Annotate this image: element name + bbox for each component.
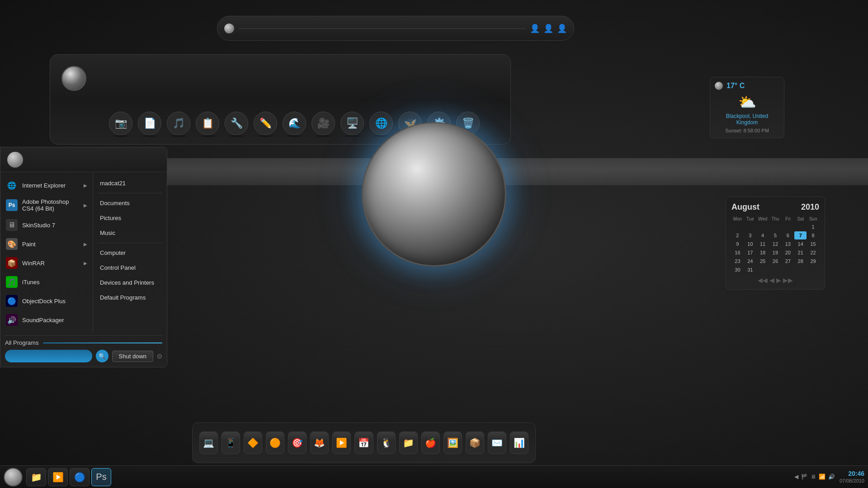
right-item-devices[interactable]: Devices and Printers — [93, 275, 167, 290]
shutdown-extra-icon[interactable]: ⊙ — [157, 352, 162, 360]
cal-day-8[interactable]: 8 — [807, 231, 819, 239]
taskbar-item-ps[interactable]: Ps — [91, 468, 111, 486]
search-button[interactable]: 🔍 — [96, 350, 108, 362]
right-item-music[interactable]: Music — [93, 225, 167, 240]
dock-icon-pen[interactable]: ✏️ — [254, 112, 277, 135]
menu-item-winrar[interactable]: 📦 WinRAR ▶ — [0, 253, 93, 272]
dock2-icon-3[interactable]: 🔶 — [244, 432, 262, 454]
taskbar-item-obj[interactable]: 🔵 — [70, 468, 90, 486]
tray-flag-icon[interactable]: 🏴 — [801, 474, 808, 480]
tray-signal-icon[interactable]: 📶 — [819, 474, 826, 480]
cal-day-1[interactable]: 1 — [807, 223, 819, 231]
right-item-user[interactable]: madcat21 — [93, 176, 167, 191]
dock2-icon-2[interactable]: 📱 — [222, 432, 240, 454]
right-item-controlpanel[interactable]: Control Panel — [93, 260, 167, 275]
taskbar-start-orb[interactable] — [4, 468, 23, 487]
cal-day-31[interactable]: 31 — [744, 266, 756, 274]
menu-item-ps[interactable]: Ps Adobe Photoshop CS4 (64 Bit) ▶ — [0, 195, 93, 216]
cal-day-2[interactable]: 2 — [731, 231, 744, 239]
taskbar-item-media[interactable]: ▶️ — [48, 468, 68, 486]
dock2-icon-chart[interactable]: 📊 — [510, 432, 528, 454]
dock2-icon-play[interactable]: ▶️ — [332, 432, 351, 454]
tray-sound-icon[interactable]: 🔊 — [828, 474, 835, 480]
cal-day-28[interactable]: 28 — [794, 257, 807, 265]
menu-item-skin[interactable]: 🖥 SkinStudio 7 — [0, 216, 93, 235]
all-programs-label[interactable]: All Programs — [5, 339, 38, 346]
taskbar-clock[interactable]: 20:46 07/08/2010 — [840, 469, 864, 484]
cal-nav-left[interactable]: ◀◀ — [758, 277, 768, 284]
cal-day-24[interactable]: 24 — [744, 257, 756, 265]
cal-day-29[interactable]: 29 — [807, 257, 819, 265]
menu-item-objdock[interactable]: 🔵 ObjectDock Plus — [0, 291, 93, 310]
menu-item-ie[interactable]: 🌐 Internet Explorer ▶ — [0, 176, 93, 195]
cal-day-20[interactable]: 20 — [782, 249, 794, 257]
dock-icon-video[interactable]: 🎥 — [311, 112, 335, 135]
dock2-icon-folder2[interactable]: 📁 — [399, 432, 418, 454]
cal-day-6[interactable]: 6 — [782, 231, 794, 239]
user-icon-1[interactable]: 👤 — [530, 23, 540, 33]
right-item-computer[interactable]: Computer — [93, 245, 167, 260]
cal-day-18[interactable]: 18 — [757, 249, 769, 257]
cal-day-14[interactable]: 14 — [794, 240, 807, 248]
weather-location[interactable]: Blackpool, United Kingdom — [715, 113, 779, 126]
big-orb[interactable] — [362, 122, 506, 267]
cal-day-7-today[interactable]: 7 — [794, 231, 807, 239]
dock2-icon-ps2[interactable]: 🖼️ — [443, 432, 462, 454]
menu-item-itunes[interactable]: 🎵 iTunes — [0, 272, 93, 291]
menu-item-objdock-label: ObjectDock Plus — [22, 298, 66, 305]
right-item-defaultprograms[interactable]: Default Programs — [93, 290, 167, 305]
cal-day-4[interactable]: 4 — [757, 231, 769, 239]
menu-item-soundpack[interactable]: 🔊 SoundPackager — [0, 310, 93, 329]
dock-icon-folder[interactable]: 📋 — [196, 112, 219, 135]
user-icon-2[interactable]: 👤 — [543, 23, 553, 33]
cal-day-13[interactable]: 13 — [782, 240, 794, 248]
taskbar-right: ◀ 🏴 🖥 📶 🔊 20:46 07/08/2010 — [794, 469, 864, 484]
cal-day-10[interactable]: 10 — [744, 240, 756, 248]
dock-icon-tool[interactable]: 🔧 — [225, 112, 248, 135]
cal-nav-right2[interactable]: ▶▶ — [783, 277, 793, 284]
dock2-icon-calendar[interactable]: 📅 — [354, 432, 373, 454]
cal-day-15[interactable]: 15 — [807, 240, 819, 248]
dock2-icon-1[interactable]: 💻 — [199, 432, 218, 454]
search-input[interactable] — [5, 350, 92, 362]
dock2-icon-pkg[interactable]: 📦 — [466, 432, 484, 454]
cal-day-16[interactable]: 16 — [731, 249, 744, 257]
right-item-documents[interactable]: Documents — [93, 196, 167, 211]
cal-day-9[interactable]: 9 — [731, 240, 744, 248]
dock2-icon-5[interactable]: 🎯 — [288, 432, 307, 454]
dock-icon-music[interactable]: 🎵 — [167, 112, 190, 135]
dock2-icon-mail[interactable]: ✉️ — [488, 432, 506, 454]
cal-day-23[interactable]: 23 — [731, 257, 744, 265]
start-menu-header — [0, 147, 167, 172]
cal-nav-left2[interactable]: ◀ — [769, 277, 774, 284]
cal-day-26[interactable]: 26 — [769, 257, 782, 265]
dock-icon-camera[interactable]: 📷 — [109, 112, 132, 135]
menu-item-paint[interactable]: 🎨 Paint ▶ — [0, 235, 93, 253]
cal-day-17[interactable]: 17 — [744, 249, 756, 257]
cal-day-21[interactable]: 21 — [794, 249, 807, 257]
dock2-icon-apple[interactable]: 🍎 — [421, 432, 440, 454]
dock2-icon-firefox[interactable]: 🦊 — [310, 432, 329, 454]
cal-day-19[interactable]: 19 — [769, 249, 782, 257]
bottom-dock: 💻 📱 🔶 🟠 🎯 🦊 ▶️ 📅 🐧 📁 🍎 🖼️ 📦 ✉️ 📊 — [192, 422, 536, 463]
dock2-icon-linux[interactable]: 🐧 — [377, 432, 396, 454]
right-item-pictures[interactable]: Pictures — [93, 211, 167, 225]
cal-day-12[interactable]: 12 — [769, 240, 782, 248]
cal-day-22[interactable]: 22 — [807, 249, 819, 257]
dock-icon-doc[interactable]: 📄 — [138, 112, 161, 135]
cal-nav-right[interactable]: ▶ — [776, 277, 781, 284]
tray-monitor-icon[interactable]: 🖥 — [811, 474, 816, 480]
user-icon-3[interactable]: 👤 — [557, 23, 567, 33]
cal-day-5[interactable]: 5 — [769, 231, 782, 239]
taskbar-item-explorer[interactable]: 📁 — [26, 468, 46, 486]
cal-day-3[interactable]: 3 — [744, 231, 756, 239]
taskbar: 📁 ▶️ 🔵 Ps ◀ 🏴 🖥 📶 🔊 20:46 07/08/2010 — [0, 465, 868, 488]
dock2-icon-4[interactable]: 🟠 — [266, 432, 284, 454]
shutdown-button[interactable]: Shut down — [112, 351, 153, 362]
cal-day-11[interactable]: 11 — [757, 240, 769, 248]
dock-icon-wave[interactable]: 🌊 — [283, 112, 306, 135]
cal-day-27[interactable]: 27 — [782, 257, 794, 265]
cal-day-25[interactable]: 25 — [757, 257, 769, 265]
tray-arrow-icon[interactable]: ◀ — [794, 474, 798, 480]
cal-day-30[interactable]: 30 — [731, 266, 744, 274]
